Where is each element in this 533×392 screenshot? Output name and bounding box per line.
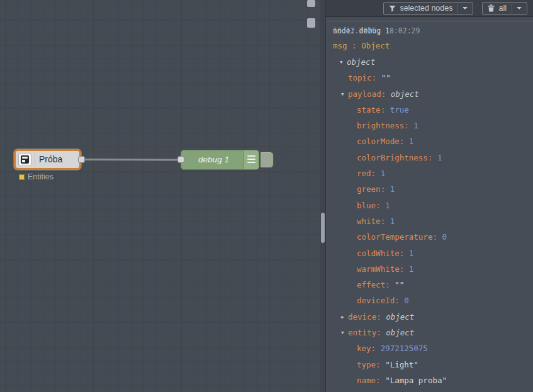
node-icon	[18, 153, 31, 166]
chevron-down-icon[interactable]	[512, 4, 522, 13]
debug-tree-row[interactable]: ▾payload: object	[333, 86, 529, 102]
debug-tree-row: red: 1	[333, 165, 529, 181]
tree-key: warmWhite:	[357, 264, 409, 274]
tree-key: entity:	[348, 328, 386, 337]
message-meta: 16.12.2025, 18:02:29 node: debug 1	[333, 24, 529, 38]
path-separator: :	[352, 41, 361, 50]
node-debug-label: debug 1	[185, 150, 242, 169]
debug-tree-row: colorMode: 1	[333, 133, 529, 149]
tree-value: ""	[395, 280, 404, 289]
debug-tree-row: colorTemperature: 0	[333, 229, 529, 245]
debug-tree-row: name: "Lampa proba"	[333, 372, 529, 388]
node-status-label: Entities	[28, 172, 53, 181]
tree-key: coldWhite:	[357, 249, 409, 258]
tree-key: blue:	[357, 201, 385, 210]
path-name: msg	[333, 41, 347, 50]
tree-key: white:	[357, 216, 390, 226]
tree-key: type:	[357, 360, 385, 369]
node-red-app: Próba Entities debug 1 selected nodes	[0, 0, 533, 392]
collapse-arrow-icon[interactable]: ▾	[340, 86, 345, 102]
tree-value: 1	[409, 264, 414, 274]
tree-value: 1	[413, 121, 418, 130]
debug-tree-row: effect: ""	[333, 277, 529, 293]
tree-key: deviceId:	[357, 296, 404, 305]
clear-messages-button[interactable]: all	[482, 2, 527, 15]
tree-key: green:	[357, 184, 390, 194]
tree-value: 0	[404, 296, 409, 305]
tree-key: colorMode:	[357, 137, 409, 146]
wire-proba-to-debug[interactable]	[0, 0, 320, 392]
sidebar-splitter[interactable]	[320, 0, 325, 392]
tree-key: name:	[357, 376, 385, 385]
debug-tree-row: colorBrightness: 1	[333, 150, 529, 165]
tree-value: object	[391, 89, 419, 99]
node-debug[interactable]: debug 1	[181, 150, 259, 170]
output-port[interactable]	[78, 156, 85, 163]
tree-value: object	[347, 57, 375, 67]
tree-value: "Lampa proba"	[385, 376, 447, 385]
debug-tree-row: warmWhite: 1	[333, 261, 529, 277]
debug-tree-row: state: true	[333, 102, 529, 118]
tree-key: colorTemperature:	[357, 232, 442, 242]
debug-tree-row: topic: ""	[333, 70, 529, 86]
tree-value: object	[386, 328, 414, 337]
expand-arrow-icon[interactable]: ▸	[340, 309, 345, 325]
tree-key: colorBrightness:	[357, 153, 437, 162]
tree-key: brightness:	[357, 121, 413, 130]
tree-value: 2972125075	[381, 344, 428, 353]
tree-value: 1	[390, 216, 395, 226]
tree-value: 0	[442, 232, 447, 242]
debug-tree-row: blue: 1	[333, 198, 529, 213]
flow-canvas[interactable]: Próba Entities debug 1	[0, 0, 320, 392]
node-proba-label: Próba	[39, 151, 62, 168]
tree-value: ""	[381, 73, 391, 82]
tree-key: device:	[348, 312, 386, 322]
debug-tree-row: white: 1	[333, 213, 529, 229]
debug-tree-row[interactable]: ▾object	[333, 54, 529, 70]
debug-tree: ▾objecttopic: ""▾payload: objectstate: t…	[333, 54, 529, 388]
debug-enable-toggle[interactable]	[260, 152, 274, 168]
tree-value: 1	[409, 137, 414, 146]
canvas-scrollbar-thumb[interactable]	[307, 0, 315, 7]
funnel-icon	[389, 5, 396, 12]
status-dot-icon	[19, 174, 25, 180]
trash-icon	[488, 4, 495, 12]
debug-sidebar: selected nodes all 16.12.2025, 18:02:29	[325, 0, 533, 392]
tree-key: red:	[357, 169, 381, 178]
node-proba[interactable]: Próba	[14, 149, 81, 170]
debug-tree-row: key: 2972125075	[333, 340, 529, 356]
message-source-node: node: debug 1	[333, 24, 390, 38]
debug-message: 16.12.2025, 18:02:29 node: debug 1 msg :…	[326, 21, 533, 388]
node-icon-separator	[35, 152, 35, 167]
debug-tree-row: type: "Light"	[333, 357, 529, 372]
tree-key: state:	[357, 105, 390, 115]
chevron-down-icon[interactable]	[457, 4, 468, 13]
clear-messages-label: all	[498, 4, 507, 13]
input-port[interactable]	[177, 156, 184, 163]
path-type: Object	[361, 41, 390, 50]
tree-value: object	[386, 312, 414, 322]
debug-tree-row[interactable]: ▸device: object	[333, 309, 529, 325]
debug-tree-row: brightness: 1	[333, 118, 529, 133]
filter-nodes-button[interactable]: selected nodes	[383, 2, 473, 15]
filter-nodes-label: selected nodes	[400, 4, 452, 13]
tree-key: topic:	[348, 73, 381, 82]
tree-value: true	[390, 105, 409, 115]
collapse-arrow-icon[interactable]: ▾	[339, 54, 344, 70]
tree-value: 1	[437, 153, 442, 162]
debug-tree-row[interactable]: ▾entity: object	[333, 325, 529, 340]
collapse-arrow-icon[interactable]: ▾	[340, 325, 345, 340]
debug-tree-row: green: 1	[333, 181, 529, 197]
canvas-scrollbar-button[interactable]	[307, 18, 315, 28]
debug-message-icon	[244, 150, 259, 169]
tree-value: 1	[381, 169, 386, 178]
tree-value: 1	[409, 249, 414, 258]
debug-tree-row: coldWhite: 1	[333, 245, 529, 261]
debug-toolbar: selected nodes all	[326, 0, 533, 17]
node-status: Entities	[19, 172, 53, 181]
tree-value: 1	[385, 201, 390, 210]
scrollbar-thumb[interactable]	[321, 213, 325, 243]
tree-key: payload:	[348, 89, 391, 99]
message-path: msg : Object	[333, 38, 529, 54]
tree-key: key:	[357, 344, 381, 353]
